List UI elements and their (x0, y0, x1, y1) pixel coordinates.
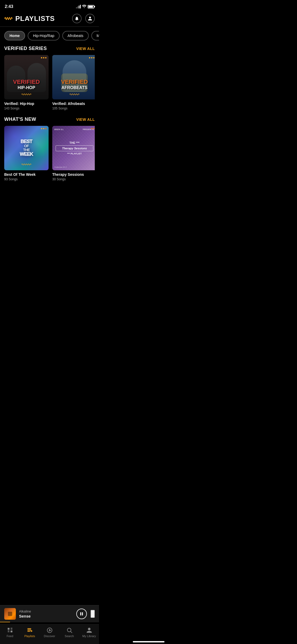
header-divider (0, 26, 99, 27)
whats-new-cards: BEST OF THE WEEK Best Of The Week 93 Son… (4, 126, 95, 182)
therapy-more-btn[interactable] (91, 128, 95, 129)
whats-new-view-all[interactable]: VIEW ALL (76, 117, 95, 122)
page-title: PLAYLISTS (15, 15, 55, 23)
notifications-button[interactable] (72, 14, 82, 23)
header-actions (72, 14, 95, 23)
whats-new-title: WHAT'S NEW (4, 117, 36, 122)
genre-label-hiphop: HIP-HOP (18, 85, 35, 90)
hiphop-count: 143 Songs (4, 107, 49, 110)
whats-new-section: WHAT'S NEW VIEW ALL BEST OF (0, 117, 99, 182)
filter-tabs: Home Hip-Hop/Rap Afrobeats Mexican (0, 31, 99, 46)
therapy-count: 30 Songs (52, 177, 95, 181)
botw-count: 93 Songs (4, 177, 49, 181)
verified-hiphop-art: VERIFIED HIP-HOP (4, 55, 49, 99)
status-bar: 2:43 (0, 0, 99, 12)
profile-button[interactable] (85, 14, 95, 23)
verified-label-afrobeats: VERIFIED (61, 79, 88, 85)
therapy-name: Therapy Sessions (52, 172, 95, 177)
hiphop-overlay: VERIFIED HIP-HOP (4, 77, 49, 99)
hiphop-name: Verified: Hip-Hop (4, 102, 49, 106)
afrobeats-more-btn[interactable] (89, 57, 95, 58)
therapy-art: BEEN ILLPRESENTS: THE *** Therapy Sessio… (52, 126, 95, 170)
botw-art: BEST OF THE WEEK (4, 126, 49, 170)
verified-series-section: VERIFIED SERIES VIEW ALL VERIFIED HIP-HO… (0, 46, 99, 111)
hiphop-more-btn[interactable] (41, 57, 46, 58)
filter-tab-mexican[interactable]: Mexican (91, 31, 99, 40)
afrobeats-count: 105 Songs (52, 107, 95, 110)
waveform-hiphop (21, 92, 32, 97)
verified-afrobeats-art: VERIFIED AFROBEATS (52, 55, 95, 99)
verified-series-cards: VERIFIED HIP-HOP Verified: Hip-Hop 143 S… (4, 55, 95, 111)
app-logo (4, 15, 13, 22)
signal-icon (76, 5, 81, 8)
botw-card[interactable]: BEST OF THE WEEK Best Of The Week 93 Son… (4, 126, 49, 181)
status-time: 2:43 (5, 4, 13, 9)
verified-series-view-all[interactable]: VIEW ALL (76, 47, 95, 51)
verified-series-title: VERIFIED SERIES (4, 46, 47, 51)
verified-series-header: VERIFIED SERIES VIEW ALL (4, 46, 95, 51)
filter-tab-hiphop[interactable]: Hip-Hop/Rap (28, 31, 60, 40)
filter-tab-afrobeats[interactable]: Afrobeats (62, 31, 89, 40)
botw-name: Best Of The Week (4, 172, 49, 177)
filter-tab-home[interactable]: Home (4, 31, 25, 40)
therapy-card[interactable]: BEEN ILLPRESENTS: THE *** Therapy Sessio… (52, 126, 95, 181)
afrobeats-overlay: VERIFIED AFROBEATS (52, 77, 95, 99)
verified-hiphop-card[interactable]: VERIFIED HIP-HOP Verified: Hip-Hop 143 S… (4, 55, 49, 110)
status-icons (76, 4, 94, 9)
genre-label-afrobeats: AFROBEATS (62, 85, 87, 90)
afrobeats-name: Verified: Afrobeats (52, 102, 95, 106)
whats-new-header: WHAT'S NEW VIEW ALL (4, 117, 95, 122)
battery-icon (88, 5, 94, 8)
verified-label-hiphop: VERIFIED (13, 79, 40, 85)
wifi-icon (82, 4, 86, 9)
header: PLAYLISTS (0, 12, 99, 26)
header-left: PLAYLISTS (4, 15, 55, 23)
botw-more-btn[interactable] (41, 128, 46, 129)
verified-afrobeats-card[interactable]: VERIFIED AFROBEATS Verified: Afrobeats 1… (52, 55, 95, 110)
waveform-afrobeats (69, 92, 80, 97)
